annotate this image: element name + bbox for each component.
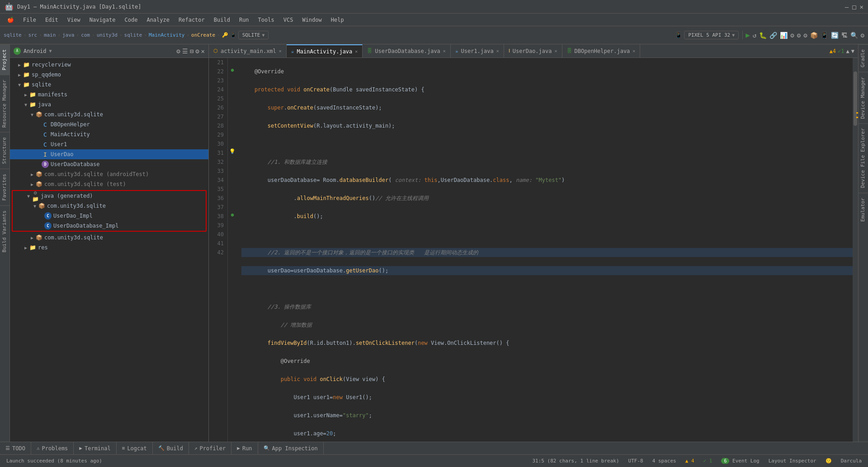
tab-close-icon[interactable]: ✕ — [496, 48, 499, 53]
settings-icon[interactable]: ⚙ — [195, 48, 199, 55]
tree-item-test[interactable]: ▶ 📦 com.unity3d.sqlite (test) — [10, 179, 208, 189]
tab-activity-main[interactable]: ⬡ activity_main.xml ✕ — [209, 44, 287, 58]
tree-item-package-gen[interactable]: ▼ 📦 com.unity3d.sqlite — [13, 201, 206, 211]
tab-build-variants[interactable]: Build Variants — [0, 205, 9, 257]
tab-userdaodatabase[interactable]: 🗄 UserDaoDatabase.java ✕ — [363, 44, 451, 58]
expand-tabs-btn[interactable]: ▲ — [846, 48, 849, 54]
expand-icon[interactable]: ⊟ — [190, 48, 193, 55]
bc-unity3d[interactable]: unity3d — [97, 32, 118, 38]
theme-label[interactable]: Darcula — [838, 457, 864, 465]
layout-inspector-btn[interactable]: Layout Inspector — [766, 457, 819, 465]
tree-item-user1[interactable]: C User1 — [10, 139, 208, 149]
bc-sqlite[interactable]: sqlite — [4, 32, 22, 38]
tab-mainactivity[interactable]: ☕ MainActivity.java ✕ — [287, 44, 363, 58]
attach-debugger[interactable]: 🔗 — [769, 32, 777, 39]
tab-dbopenhelper[interactable]: 🗄 DBOpenHelper.java ✕ — [562, 44, 641, 58]
layout-icon[interactable]: ☰ — [182, 48, 188, 55]
menu-file[interactable]: File — [19, 16, 40, 24]
bottom-tab-logcat[interactable]: ≡ Logcat — [117, 442, 153, 455]
search-everywhere[interactable]: 🔍 — [850, 32, 858, 39]
tree-item-res[interactable]: ▶ 📁 res — [10, 243, 208, 253]
tree-item-userdaodatabase[interactable]: D UserDaoDatabase — [10, 159, 208, 169]
code-content[interactable]: @Override protected void onCreate(Bundle… — [237, 58, 853, 442]
tree-item-java[interactable]: ▼ 📁 java — [10, 100, 208, 110]
project-panel-actions[interactable]: ⚙ ☰ ⊟ ⚙ ✕ — [176, 48, 205, 55]
tab-emulator[interactable]: Emulator — [859, 193, 868, 226]
bottom-tab-problems[interactable]: ⚠ Problems — [31, 442, 74, 455]
vertical-scrollbar[interactable] — [853, 58, 858, 442]
menu-edit[interactable]: Edit — [42, 16, 62, 24]
more-tabs-btn[interactable]: ▼ — [851, 48, 854, 54]
refresh-button[interactable]: ↺ — [753, 32, 756, 39]
settings3[interactable]: ⚙ — [803, 32, 807, 39]
bottom-tab-profiler[interactable]: ↗ Profiler — [189, 442, 231, 455]
bc-mainactivity[interactable]: MainActivity — [149, 32, 184, 38]
event-log-group[interactable]: 6 Event Log — [718, 457, 762, 465]
bc-oncreate[interactable]: onCreate — [191, 32, 215, 38]
run-button[interactable]: ▶ — [745, 31, 750, 39]
tree-item-userdao-impl[interactable]: C UserDao_Impl — [13, 211, 206, 221]
tab-close-icon[interactable]: ✕ — [443, 48, 446, 53]
settings-main[interactable]: ⚙ — [861, 32, 864, 39]
status-position[interactable]: 31:5 (82 chars, 1 line break) — [529, 457, 622, 465]
menu-tools[interactable]: Tools — [255, 16, 278, 24]
menu-refactor[interactable]: Refactor — [175, 16, 208, 24]
tree-item-androidtest[interactable]: ▶ 📦 com.unity3d.sqlite (androidTest) — [10, 169, 208, 179]
status-encoding[interactable]: UTF-8 — [626, 457, 646, 465]
menu-window[interactable]: Window — [298, 16, 325, 24]
tree-item-sp-qqdemo[interactable]: ▶ 📁 sp_qqdemo — [10, 70, 208, 80]
bc-com[interactable]: com — [81, 32, 90, 38]
bottom-tab-todo[interactable]: ☰ TODO — [0, 442, 31, 455]
tab-device-file-explorer[interactable]: Device File Explorer — [859, 123, 868, 192]
menu-apple[interactable]: 🍎 — [4, 16, 18, 24]
profile-button[interactable]: 📊 — [780, 32, 788, 39]
gear-icon[interactable]: ⚙ — [176, 48, 180, 55]
tab-userdao[interactable]: Ⅰ UserDao.java ✕ — [504, 44, 562, 58]
avd-manager[interactable]: 📱 — [821, 32, 828, 39]
tree-item-dbopenhelper[interactable]: C DBOpenHelper — [10, 119, 208, 129]
bc-src[interactable]: src — [28, 32, 37, 38]
tree-item-mainactivity[interactable]: C MainActivity — [10, 129, 208, 139]
tab-user1[interactable]: ☕ User1.java ✕ — [451, 44, 504, 58]
tab-close-icon[interactable]: ✕ — [554, 48, 557, 53]
tree-item-sqlite[interactable]: ▼ 📁 sqlite — [10, 80, 208, 90]
menu-run[interactable]: Run — [236, 16, 253, 24]
build-variants[interactable]: 🏗 — [841, 32, 848, 39]
menu-help[interactable]: Help — [327, 16, 348, 24]
tree-item-java-generated[interactable]: ▼ ⚙📁 java (generated) — [13, 191, 206, 201]
sync-project[interactable]: 🔄 — [831, 32, 839, 39]
tree-item-userdao[interactable]: I UserDao — [10, 149, 208, 159]
settings1[interactable]: ⚙ — [790, 32, 794, 39]
tab-project[interactable]: Project — [0, 44, 9, 75]
tree-item-package1[interactable]: ▼ 📦 com.unity3d.sqlite — [10, 110, 208, 119]
minimize-btn[interactable]: – — [845, 3, 849, 10]
device-selector[interactable]: PIXEL 5 API 32 ▼ — [684, 31, 739, 39]
menu-build[interactable]: Build — [210, 16, 234, 24]
tab-gradle[interactable]: Gradle — [859, 44, 868, 72]
menu-navigate[interactable]: Navigate — [86, 16, 119, 24]
menu-vcs[interactable]: VCS — [280, 16, 297, 24]
tab-close-icon[interactable]: ✕ — [632, 48, 635, 53]
bc-java[interactable]: java — [62, 32, 75, 38]
tree-item-userdaodatabase-impl[interactable]: C UserDaoDatabase_Impl — [13, 221, 206, 231]
menu-view[interactable]: View — [64, 16, 84, 24]
tab-structure[interactable]: Structure — [0, 132, 9, 169]
tab-close-icon[interactable]: ✕ — [355, 49, 358, 54]
bottom-tab-run[interactable]: ▶ Run — [231, 442, 258, 455]
sdk-manager[interactable]: 📦 — [810, 32, 818, 39]
menu-code[interactable]: Code — [121, 16, 142, 24]
settings2[interactable]: ⚙ — [797, 32, 801, 39]
menu-analyze[interactable]: Analyze — [143, 16, 173, 24]
build-variant-selector[interactable]: SQLITE ▼ — [238, 31, 269, 39]
tab-favorites[interactable]: Favorites — [0, 169, 9, 205]
window-controls[interactable]: – □ ✕ — [845, 3, 863, 10]
tree-item-manifests[interactable]: ▶ 📁 manifests — [10, 90, 208, 100]
close-btn[interactable]: ✕ — [860, 3, 863, 10]
status-indent[interactable]: 4 spaces — [650, 457, 679, 465]
maximize-btn[interactable]: □ — [852, 3, 856, 10]
bc-main[interactable]: main — [44, 32, 56, 38]
bottom-tab-app-inspection[interactable]: 🔍 App Inspection — [258, 442, 324, 455]
tree-item-package3[interactable]: ▶ 📦 com.unity3d.sqlite — [10, 233, 208, 243]
tab-resource-manager[interactable]: Resource Manager — [0, 75, 9, 132]
tab-close-icon[interactable]: ✕ — [279, 48, 282, 53]
